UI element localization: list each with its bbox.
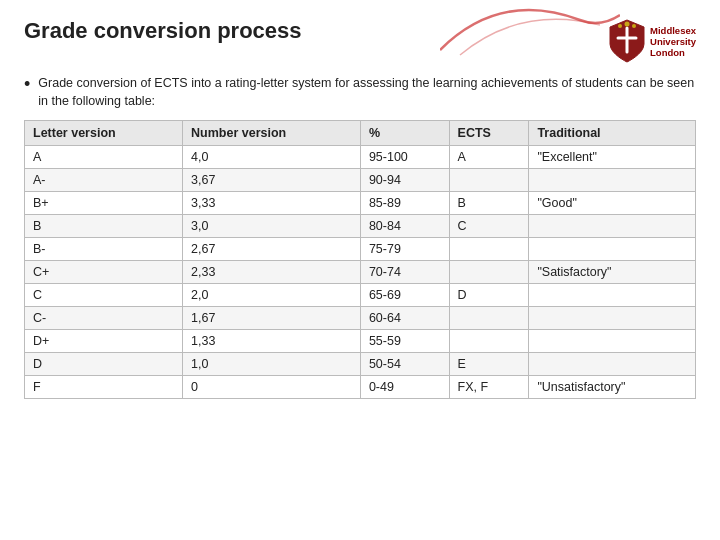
table-cell: 2,33 [183,261,361,284]
table-row: B-2,6775-79 [25,238,696,261]
header: Grade conversion process Middlesex Unive… [24,18,696,64]
table-cell: 70-74 [360,261,449,284]
table-cell: 1,33 [183,330,361,353]
table-cell [449,330,529,353]
table-cell [449,307,529,330]
table-cell: 90-94 [360,169,449,192]
col-header-percent: % [360,121,449,146]
table-cell: 85-89 [360,192,449,215]
bullet-point-icon: • [24,75,30,93]
table-row: C2,065-69D [25,284,696,307]
table-row: A-3,6790-94 [25,169,696,192]
logo-line2: University [650,36,696,47]
table-cell [529,307,696,330]
table-cell: B+ [25,192,183,215]
table-cell: B- [25,238,183,261]
logo-combined: Middlesex University London [608,18,696,64]
table-cell: 1,0 [183,353,361,376]
table-cell: 95-100 [360,146,449,169]
svg-point-2 [632,24,636,28]
table-cell: D+ [25,330,183,353]
table-cell: 2,67 [183,238,361,261]
table-cell: D [25,353,183,376]
table-cell [449,169,529,192]
table-row: D+1,3355-59 [25,330,696,353]
table-row: D1,050-54E [25,353,696,376]
svg-point-0 [625,22,630,27]
svg-point-1 [618,24,622,28]
table-row: C-1,6760-64 [25,307,696,330]
table-cell: 0 [183,376,361,399]
logo-line1: Middlesex [650,25,696,36]
logo-line3: London [650,47,696,58]
table-row: B3,080-84C [25,215,696,238]
col-header-letter: Letter version [25,121,183,146]
table-cell: "Good" [529,192,696,215]
table-cell: F [25,376,183,399]
table-cell: A- [25,169,183,192]
col-header-ects: ECTS [449,121,529,146]
table-cell: D [449,284,529,307]
table-cell: 2,0 [183,284,361,307]
table-cell [529,169,696,192]
logo-shield-icon [608,18,646,64]
page: Grade conversion process Middlesex Unive… [0,0,720,540]
table-cell: 50-54 [360,353,449,376]
table-cell: 4,0 [183,146,361,169]
table-cell: B [25,215,183,238]
table-cell: FX, F [449,376,529,399]
page-title: Grade conversion process [24,18,302,44]
table-cell: 3,67 [183,169,361,192]
table-cell: C [449,215,529,238]
table-cell: 1,67 [183,307,361,330]
logo-text: Middlesex University London [650,25,696,58]
intro-section: • Grade conversion of ECTS into a rating… [24,74,696,110]
table-cell: 60-64 [360,307,449,330]
table-cell [529,238,696,261]
table-cell [529,284,696,307]
table-cell: 65-69 [360,284,449,307]
table-cell [529,330,696,353]
table-cell: 80-84 [360,215,449,238]
col-header-number: Number version [183,121,361,146]
table-row: B+3,3385-89B"Good" [25,192,696,215]
table-header-row: Letter version Number version % ECTS Tra… [25,121,696,146]
grade-table: Letter version Number version % ECTS Tra… [24,120,696,399]
table-cell: 3,0 [183,215,361,238]
table-cell: A [449,146,529,169]
table-cell: C+ [25,261,183,284]
table-cell: "Satisfactory" [529,261,696,284]
table-cell: C- [25,307,183,330]
table-cell [529,215,696,238]
table-cell [449,238,529,261]
col-header-traditional: Traditional [529,121,696,146]
table-cell: 3,33 [183,192,361,215]
logo-area: Middlesex University London [608,18,696,64]
table-cell: B [449,192,529,215]
table-row: F00-49FX, F"Unsatisfactory" [25,376,696,399]
table-cell: "Excellent" [529,146,696,169]
table-cell: A [25,146,183,169]
table-cell: 75-79 [360,238,449,261]
table-cell: "Unsatisfactory" [529,376,696,399]
intro-text: Grade conversion of ECTS into a rating-l… [38,74,696,110]
table-row: C+2,3370-74"Satisfactory" [25,261,696,284]
table-cell: 0-49 [360,376,449,399]
table-cell [529,353,696,376]
table-cell: C [25,284,183,307]
table-cell: E [449,353,529,376]
table-cell [449,261,529,284]
table-cell: 55-59 [360,330,449,353]
table-row: A4,095-100A"Excellent" [25,146,696,169]
